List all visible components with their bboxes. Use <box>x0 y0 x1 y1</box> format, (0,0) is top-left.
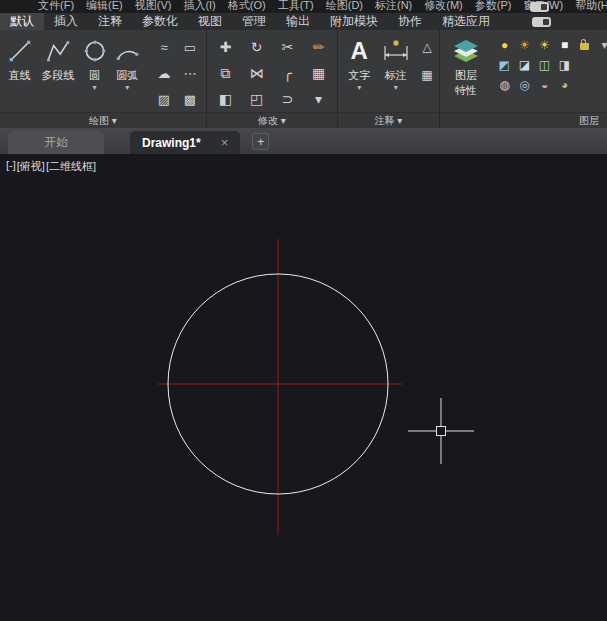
offset-icon[interactable]: ⊃ <box>272 86 303 112</box>
layer-fade-icon[interactable]: ◕ <box>557 77 572 93</box>
vp-visual-style[interactable]: [二维线框] <box>46 159 96 174</box>
vp-view[interactable]: [俯视] <box>17 159 45 174</box>
color-swatch[interactable]: ■ <box>557 37 572 53</box>
modify-panel: ✚↻✂✏⧉⋈╭▦◧◰⊃▾ 修改 ▾ <box>207 30 338 128</box>
stretch-icon[interactable]: ◧ <box>210 86 241 112</box>
circle-button[interactable]: 圆 ▾ <box>80 32 110 92</box>
drawing-canvas[interactable]: [-][俯视][二维线框] <box>0 154 607 621</box>
layer-properties-icon <box>452 35 480 67</box>
erase-icon[interactable]: ✏ <box>303 34 334 60</box>
layer-delete-icon[interactable]: ◒ <box>537 77 552 93</box>
text-button[interactable]: A 文字 ▾ <box>341 32 378 92</box>
polyline-button[interactable]: 多段线 <box>37 32 80 92</box>
more-modify-icon[interactable]: ▾ <box>303 86 334 112</box>
lock-icon[interactable] <box>577 37 592 53</box>
drawing-tab[interactable]: Drawing1* × <box>130 131 240 154</box>
menu-parametric[interactable]: 参数(P) <box>475 0 512 13</box>
tab-output[interactable]: 输出 <box>276 13 320 30</box>
close-tab-icon[interactable]: × <box>221 135 229 150</box>
spline-icon[interactable]: ≈ <box>151 34 177 60</box>
rectangle-icon[interactable]: ▭ <box>177 34 203 60</box>
revcloud-icon[interactable]: ☁ <box>151 60 177 86</box>
modify-tools: ✚↻✂✏⧉⋈╭▦◧◰⊃▾ <box>210 34 334 112</box>
menubar: 文件(F)编辑(E)视图(V)插入(I)格式(O)工具(T)绘图(D)标注(N)… <box>0 0 607 13</box>
dimension-icon <box>382 35 410 67</box>
hatch-icon[interactable]: ▨ <box>151 86 177 112</box>
tab-collaborate[interactable]: 协作 <box>388 13 432 30</box>
start-tab[interactable]: 开始 <box>8 131 104 154</box>
tab-addins[interactable]: 附加模块 <box>320 13 388 30</box>
new-tab-button[interactable]: + <box>252 133 269 150</box>
tab-manage[interactable]: 管理 <box>232 13 276 30</box>
menu-file[interactable]: 文件(F) <box>38 0 74 13</box>
layer-prev-icon[interactable]: ◨ <box>557 57 572 73</box>
tab-featured[interactable]: 精选应用 <box>432 13 500 30</box>
vp-minus[interactable]: [-] <box>6 159 16 174</box>
layer-freeze-icon[interactable]: ◪ <box>517 57 532 73</box>
trim-icon[interactable]: ✂ <box>272 34 303 60</box>
menu-insert[interactable]: 插入(I) <box>183 0 215 13</box>
layer-tools: ●☀☀■▾ ◩◪◫◨ ◍◎◒◕ <box>497 35 607 94</box>
pickbox-icon <box>437 427 446 436</box>
tab-insert[interactable]: 插入 <box>44 13 88 30</box>
table-icon[interactable]: ▦ <box>418 66 436 84</box>
menu-help[interactable]: 帮助(H) <box>575 0 607 13</box>
move-icon[interactable]: ✚ <box>210 34 241 60</box>
swatch-caret-icon[interactable]: ▾ <box>597 37 607 53</box>
polyline-icon <box>45 35 71 67</box>
layers-panel-footer[interactable]: 图层 <box>440 112 607 128</box>
menu-dimension[interactable]: 标注(N) <box>375 0 412 13</box>
sun-lock-icon[interactable]: ☀ <box>537 37 552 53</box>
crosshair-cursor <box>408 398 474 464</box>
circle-icon <box>82 35 108 67</box>
layer-walk-icon[interactable]: ◍ <box>497 77 512 93</box>
mirror-icon[interactable]: ⋈ <box>241 60 272 86</box>
line-button[interactable]: 直线 <box>3 32 37 92</box>
drawing-entities <box>0 154 607 621</box>
menu-view[interactable]: 视图(V) <box>135 0 172 13</box>
autocad-window: 文件(F)编辑(E)视图(V)插入(I)格式(O)工具(T)绘图(D)标注(N)… <box>0 0 607 621</box>
tab-home[interactable]: 默认 <box>0 13 44 30</box>
ribbon: 直线 多段线 圆 ▾ <box>0 30 607 128</box>
tab-parametric[interactable]: 参数化 <box>132 13 188 30</box>
arc-button[interactable]: 圆弧 ▾ <box>109 32 145 92</box>
ribbon-options-icon[interactable] <box>532 17 551 27</box>
fillet-icon[interactable]: ╭ <box>272 60 303 86</box>
modify-panel-footer[interactable]: 修改 ▾ <box>207 112 337 128</box>
arc-icon <box>114 35 140 67</box>
menu-edit[interactable]: 编辑(E) <box>86 0 123 13</box>
tab-annotate[interactable]: 注释 <box>88 13 132 30</box>
copy-icon[interactable]: ⧉ <box>210 60 241 86</box>
annotate-panel: A 文字 ▾ 标注 ▾ △▦ 注释 ▾ <box>338 30 440 128</box>
viewport-controls: [-][俯视][二维线框] <box>6 159 96 174</box>
draw-panel: 直线 多段线 圆 ▾ <box>0 30 207 128</box>
rotate-icon[interactable]: ↻ <box>241 34 272 60</box>
menu-format[interactable]: 格式(O) <box>228 0 266 13</box>
draw-panel-footer[interactable]: 绘图 ▾ <box>0 112 206 128</box>
layer-properties-button[interactable]: 图层 特性 <box>443 32 489 98</box>
dim-style-icon[interactable]: △ <box>418 38 436 56</box>
bulb-on-icon[interactable]: ● <box>497 37 512 53</box>
layer-merge-icon[interactable]: ◎ <box>517 77 532 93</box>
more-draw-icon[interactable]: ⋯ <box>177 60 203 86</box>
text-icon: A <box>351 35 368 67</box>
menu-modify[interactable]: 修改(M) <box>424 0 463 13</box>
menu-draw[interactable]: 绘图(D) <box>326 0 363 13</box>
draw-small-tools: ≈▭☁⋯▨▩ <box>151 34 203 112</box>
menu-tools[interactable]: 工具(T) <box>278 0 314 13</box>
annotate-panel-footer[interactable]: 注释 ▾ <box>338 112 439 128</box>
layer-unlock-icon[interactable]: ◩ <box>497 57 512 73</box>
line-icon <box>7 35 33 67</box>
sun-icon[interactable]: ☀ <box>517 37 532 53</box>
layers-panel: 图层 特性 ●☀☀■▾ ◩◪◫◨ ◍◎◒◕ 图层 <box>440 30 607 128</box>
scale-icon[interactable]: ◰ <box>241 86 272 112</box>
infocenter-icon[interactable] <box>530 2 549 12</box>
tab-view[interactable]: 视图 <box>188 13 232 30</box>
array-icon[interactable]: ▦ <box>303 60 334 86</box>
layer-match-icon[interactable]: ◫ <box>537 57 552 73</box>
dimension-button[interactable]: 标注 ▾ <box>378 32 415 92</box>
annotate-side-tools: △▦ <box>418 38 436 84</box>
ribbon-tab-bar: 默认插入注释参数化视图管理输出附加模块协作精选应用 <box>0 13 607 30</box>
gradient-icon[interactable]: ▩ <box>177 86 203 112</box>
file-tab-bar: 开始 Drawing1* × + <box>0 128 607 154</box>
